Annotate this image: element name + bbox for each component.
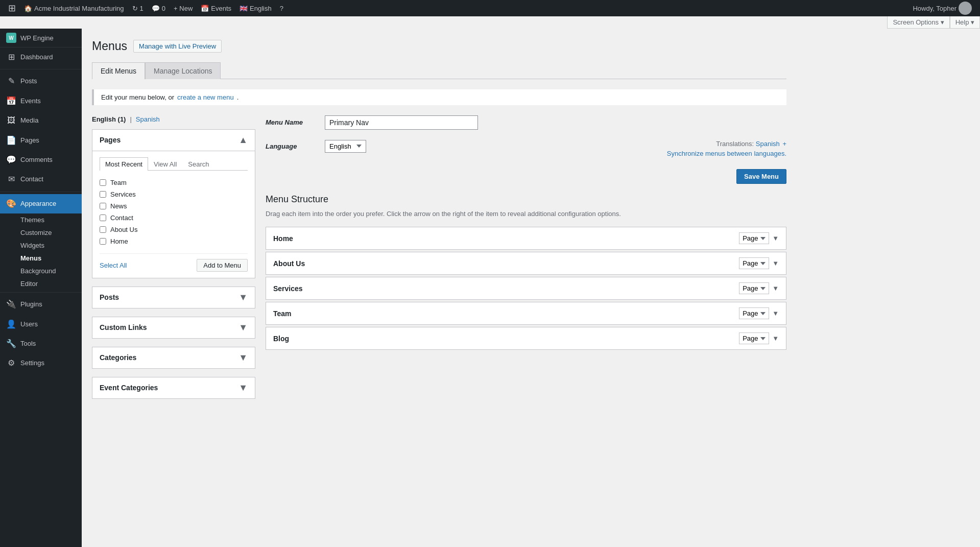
- lang-filter-spanish[interactable]: Spanish: [136, 115, 160, 123]
- sidebar-item-tools[interactable]: 🔧 Tools: [0, 334, 82, 353]
- translations-label: Translations:: [716, 140, 754, 148]
- checkbox-home[interactable]: [100, 238, 106, 245]
- wp-logo[interactable]: ⊞: [4, 0, 20, 16]
- event-categories-postbox-header[interactable]: Event Categories ▼: [92, 377, 255, 398]
- tools-icon: 🔧: [6, 338, 16, 349]
- select-all-link[interactable]: Select All: [100, 261, 127, 269]
- menu-item-blog[interactable]: Blog Page ▼: [266, 327, 786, 350]
- help-button[interactable]: ?: [276, 0, 288, 16]
- translations-spanish-link[interactable]: Spanish: [756, 140, 780, 148]
- pages-postbox-header[interactable]: Pages ▲: [92, 130, 255, 151]
- comments[interactable]: 💬 0: [148, 0, 170, 16]
- lang-filter-english[interactable]: English (1): [92, 115, 126, 123]
- admin-sidebar: W WP Engine ⊞ Dashboard ✎ Posts 📅 Events…: [0, 29, 82, 547]
- custom-links-postbox: Custom Links ▼: [92, 317, 255, 339]
- manage-live-preview-button[interactable]: Manage with Live Preview: [133, 40, 222, 53]
- categories-postbox-toggle[interactable]: ▼: [238, 352, 248, 363]
- chevron-down-icon-4: ▼: [772, 310, 779, 317]
- list-item: About Us: [100, 224, 248, 235]
- pages-postbox-actions: Select All Add to Menu: [100, 253, 248, 272]
- pages-postbox-toggle[interactable]: ▲: [238, 135, 248, 146]
- events-menu[interactable]: 📅 Events: [197, 0, 235, 16]
- checkbox-services[interactable]: [100, 191, 106, 198]
- create-new-menu-link[interactable]: create a new menu: [177, 93, 234, 101]
- menu-item-type-team: Page ▼: [739, 307, 779, 319]
- event-categories-postbox-toggle[interactable]: ▼: [238, 383, 248, 393]
- sidebar-item-users[interactable]: 👤 Users: [0, 315, 82, 334]
- menu-item-type-select-team[interactable]: Page: [739, 307, 769, 319]
- sidebar-item-appearance[interactable]: 🎨 Appearance: [0, 194, 82, 213]
- language-switcher[interactable]: 🇬🇧 English: [235, 0, 276, 16]
- page-header: Menus Manage with Live Preview: [92, 39, 786, 54]
- event-categories-postbox: Event Categories ▼: [92, 377, 255, 399]
- howdy-user[interactable]: Howdy, Topher: [909, 0, 976, 16]
- language-row: Language English Spanish: [266, 140, 366, 153]
- menu-item-type-select-services[interactable]: Page: [739, 282, 769, 294]
- custom-links-postbox-toggle[interactable]: ▼: [238, 322, 248, 333]
- sidebar-item-dashboard[interactable]: ⊞ Dashboard: [0, 47, 82, 67]
- checkbox-team[interactable]: [100, 179, 106, 186]
- page-title: Menus: [92, 39, 127, 54]
- list-item: Team: [100, 177, 248, 188]
- sidebar-subitem-customize[interactable]: Customize: [0, 226, 82, 239]
- sidebar-subitem-editor[interactable]: Editor: [0, 277, 82, 290]
- help-tab-button[interactable]: Help ▾: [950, 16, 980, 29]
- pages-list: Team Services News: [100, 177, 248, 247]
- posts-postbox-header[interactable]: Posts ▼: [92, 287, 255, 308]
- save-menu-button[interactable]: Save Menu: [736, 169, 786, 184]
- sidebar-item-pages[interactable]: 📄 Pages: [0, 131, 82, 150]
- tab-search[interactable]: Search: [182, 157, 214, 171]
- sync-menus-link[interactable]: Synchronize menus between languages.: [667, 150, 786, 157]
- custom-links-postbox-header[interactable]: Custom Links ▼: [92, 317, 255, 338]
- sidebar-item-posts[interactable]: ✎ Posts: [0, 72, 82, 91]
- menu-item-type-services: Page ▼: [739, 282, 779, 294]
- tab-view-all[interactable]: View All: [148, 157, 182, 171]
- menu-separator-3: [0, 292, 82, 293]
- menu-item-type-select-about-us[interactable]: Page: [739, 257, 769, 269]
- menu-name-input[interactable]: [325, 115, 478, 130]
- menu-item-services[interactable]: Services Page ▼: [266, 277, 786, 300]
- categories-postbox-header[interactable]: Categories ▼: [92, 347, 255, 368]
- sidebar-item-events[interactable]: 📅 Events: [0, 91, 82, 111]
- tab-most-recent[interactable]: Most Recent: [100, 157, 148, 171]
- menu-item-team[interactable]: Team Page ▼: [266, 302, 786, 325]
- site-name[interactable]: 🏠 Acme Industrial Manufacturing: [20, 0, 128, 16]
- menu-structure-heading: Menu Structure: [266, 194, 786, 205]
- sidebar-subitem-themes[interactable]: Themes: [0, 213, 82, 226]
- tab-manage-locations[interactable]: Manage Locations: [145, 62, 221, 79]
- event-categories-postbox-title: Event Categories: [100, 384, 158, 392]
- checkbox-contact[interactable]: [100, 215, 106, 221]
- tab-edit-menus[interactable]: Edit Menus: [92, 62, 145, 79]
- sidebar-subitem-menus[interactable]: Menus: [0, 252, 82, 265]
- sidebar-item-comments[interactable]: 💬 Comments: [0, 150, 82, 170]
- language-select[interactable]: English Spanish: [325, 140, 366, 153]
- sidebar-item-settings[interactable]: ⚙ Settings: [0, 353, 82, 373]
- sidebar-item-contact[interactable]: ✉ Contact: [0, 170, 82, 189]
- media-icon: 🖼: [6, 115, 16, 126]
- menu-item-type-select-blog[interactable]: Page: [739, 332, 769, 344]
- menu-items-list: Home Page ▼ About Us: [266, 227, 786, 350]
- settings-icon: ⚙: [6, 358, 16, 369]
- page-label-contact: Contact: [110, 214, 133, 222]
- sidebar-subitem-background[interactable]: Background: [0, 265, 82, 277]
- menu-item-about-us[interactable]: About Us Page ▼: [266, 252, 786, 275]
- translations-add-link[interactable]: +: [782, 140, 786, 148]
- menu-item-type-home: Page ▼: [739, 232, 779, 244]
- menu-item-home[interactable]: Home Page ▼: [266, 227, 786, 250]
- menu-item-name-about-us: About Us: [273, 259, 305, 268]
- sidebar-item-media[interactable]: 🖼 Media: [0, 111, 82, 130]
- sidebar-item-plugins[interactable]: 🔌 Plugins: [0, 295, 82, 314]
- sidebar-subitem-widgets[interactable]: Widgets: [0, 239, 82, 252]
- language-filter: English (1) | Spanish: [92, 115, 255, 123]
- checkbox-news[interactable]: [100, 203, 106, 209]
- menu-item-type-select-home[interactable]: Page: [739, 232, 769, 244]
- updates[interactable]: ↻ 1: [128, 0, 148, 16]
- right-column: Menu Name Language English Spanish: [266, 115, 786, 352]
- screen-options-button[interactable]: Screen Options ▾: [887, 16, 949, 29]
- checkbox-about-us[interactable]: [100, 226, 106, 233]
- posts-postbox-toggle[interactable]: ▼: [238, 292, 248, 303]
- site-icon: 🏠: [24, 5, 32, 12]
- new-content[interactable]: + New: [170, 0, 197, 16]
- add-to-menu-button[interactable]: Add to Menu: [197, 259, 248, 272]
- sidebar-item-wp-engine[interactable]: W WP Engine: [0, 29, 82, 47]
